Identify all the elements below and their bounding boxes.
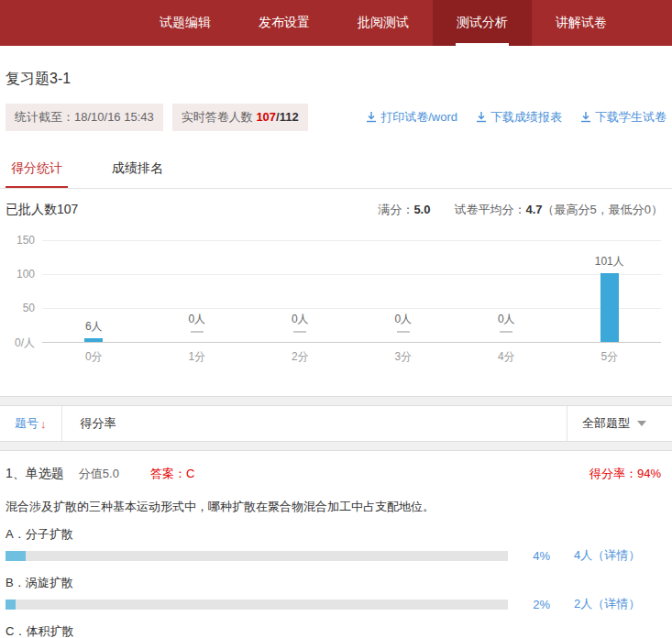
option-bar-row: 2% 2人（详情） (6, 596, 672, 612)
section-divider (0, 396, 672, 406)
stats-deadline: 统计截至：18/10/16 15:43 (6, 104, 163, 131)
score-rate-column-label: 得分率 (62, 415, 116, 432)
bar-4[interactable] (500, 331, 512, 333)
option-bar-fill (6, 600, 16, 610)
option-percent: 4% (508, 549, 550, 563)
score-summary: 满分：5.0试卷平均分：4.7（最高分5，最低分0） (378, 202, 663, 218)
download-icon (366, 112, 377, 123)
respondents-label: 实时答卷人数 (182, 110, 257, 124)
question-score-rate: 得分率：94% (589, 466, 661, 482)
x-tick-label: 5分 (558, 342, 662, 365)
print-paper-label: 打印试卷/word (380, 109, 457, 126)
y-tick-150: 150 (6, 234, 35, 247)
respondents-total: /112 (276, 110, 299, 124)
section-divider (0, 441, 672, 451)
nav-tab-explain-paper[interactable]: 讲解试卷 (532, 0, 631, 46)
print-paper-link[interactable]: 打印试卷/word (366, 109, 457, 126)
graded-count: 已批人数107 (6, 202, 78, 218)
download-report-label: 下载成绩报表 (490, 109, 562, 126)
chart-column: 101人 5分 (558, 240, 662, 342)
question-number-type: 1、单选题 (6, 466, 64, 482)
question-text: 混合涉及扩散的三种基本运动形式中，哪种扩散在聚合物混合加工中占支配地位。 (6, 499, 672, 515)
tab-score-statistics[interactable]: 得分统计 (6, 151, 68, 188)
question-answer: 答案：C (150, 466, 194, 482)
option-label: A．分子扩散 (6, 526, 672, 543)
chart-column: 0人 1分 (146, 240, 249, 342)
nav-tab-publish-settings[interactable]: 发布设置 (235, 0, 334, 46)
download-student-papers-link[interactable]: 下载学生试卷 (580, 109, 666, 126)
score-distribution-chart: 150 100 50 0/人 6人 0分 0人 1分 0人 2分 (6, 233, 666, 378)
chart-columns: 6人 0分 0人 1分 0人 2分 0人 3分 0人 4分 (42, 240, 661, 342)
download-report-link[interactable]: 下载成绩报表 (476, 109, 562, 126)
avg-score-label: 试卷平均分： (454, 203, 525, 216)
bar-value-label: 0人 (146, 312, 249, 327)
chart-plot-area: 6人 0分 0人 1分 0人 2分 0人 3分 0人 4分 (42, 240, 661, 343)
download-icon (580, 112, 591, 123)
option-bar-track (6, 551, 508, 561)
bar-2[interactable] (293, 331, 306, 333)
option-row: A．分子扩散 4% 4人（详情） (6, 526, 672, 564)
question-number-label: 题号 (15, 415, 39, 432)
x-tick-label: 4分 (455, 342, 558, 365)
nav-tab-test-analysis[interactable]: 测试分析 (433, 0, 532, 46)
option-bar-fill (6, 551, 26, 561)
question-filter-bar: 题号 ↓ 得分率 全部题型 (0, 406, 672, 441)
chevron-down-icon (637, 421, 646, 426)
option-percent: 2% (508, 598, 550, 611)
option-bar-row: 4% 4人（详情） (6, 547, 672, 564)
y-tick-100: 100 (6, 268, 35, 280)
download-links: 打印试卷/word 下载成绩报表 下载学生试卷 (347, 109, 666, 126)
question-type-value: 全部题型 (582, 415, 630, 432)
option-label: B．涡旋扩散 (6, 575, 672, 591)
chart-column: 0人 3分 (352, 240, 456, 342)
chart-column: 0人 2分 (248, 240, 352, 342)
download-icon (476, 112, 487, 123)
stats-respondents: 实时答卷人数 107/112 (172, 104, 308, 131)
page-title: 复习题3-1 (6, 70, 672, 89)
download-student-papers-label: 下载学生试卷 (595, 109, 666, 126)
question-type-dropdown[interactable]: 全部题型 (567, 406, 672, 441)
analysis-subtabs: 得分统计 成绩排名 (0, 151, 672, 189)
bar-value-label: 0人 (248, 312, 352, 327)
tab-score-ranking[interactable]: 成绩排名 (106, 151, 169, 188)
bar-value-label: 0人 (352, 312, 456, 327)
avg-score-note: （最高分5，最低分0） (543, 203, 663, 216)
y-tick-0: 0/人 (6, 336, 35, 351)
sort-descending-icon: ↓ (40, 417, 47, 431)
summary-row: 已批人数107 满分：5.0试卷平均分：4.7（最高分5，最低分0） (0, 189, 672, 222)
question-block: 1、单选题 分值5.0 答案：C 得分率：94% 混合涉及扩散的三种基本运动形式… (0, 451, 672, 638)
full-score-value: 5.0 (413, 203, 430, 216)
bar-3[interactable] (397, 331, 410, 333)
option-count-details-link[interactable]: 2人（详情） (574, 596, 640, 612)
option-count-details-link[interactable]: 4人（详情） (574, 547, 640, 564)
option-label: C．体积扩散 (6, 623, 672, 638)
nav-tab-question-edit[interactable]: 试题编辑 (136, 0, 235, 46)
option-row: C．体积扩散 94% 101人（详情） (6, 623, 672, 638)
avg-score-value: 4.7 (525, 203, 542, 216)
bar-value-label: 101人 (558, 254, 662, 270)
option-bar-track (6, 600, 508, 610)
nav-tab-review-test[interactable]: 批阅测试 (334, 0, 433, 46)
chart-column: 6人 0分 (42, 240, 146, 342)
bar-1[interactable] (191, 331, 204, 333)
chart-column: 0人 4分 (455, 240, 558, 342)
top-navigation: 试题编辑 发布设置 批阅测试 测试分析 讲解试卷 (0, 0, 672, 46)
respondents-current: 107 (256, 110, 276, 124)
bar-5[interactable] (600, 273, 619, 342)
y-tick-50: 50 (6, 302, 35, 314)
x-tick-label: 3分 (352, 342, 456, 365)
x-tick-label: 1分 (146, 342, 249, 365)
question-header: 1、单选题 分值5.0 答案：C 得分率：94% (6, 466, 672, 482)
option-row: B．涡旋扩散 2% 2人（详情） (6, 575, 672, 612)
bar-value-label: 6人 (42, 319, 146, 335)
stats-row: 统计截至：18/10/16 15:43 实时答卷人数 107/112 打印试卷/… (6, 104, 666, 131)
full-score-label: 满分： (378, 203, 413, 216)
bar-value-label: 0人 (455, 312, 558, 327)
sort-by-question-number[interactable]: 题号 ↓ (0, 406, 62, 441)
x-tick-label: 2分 (248, 342, 352, 365)
question-points: 分值5.0 (79, 466, 119, 482)
x-tick-label: 0分 (42, 342, 146, 365)
